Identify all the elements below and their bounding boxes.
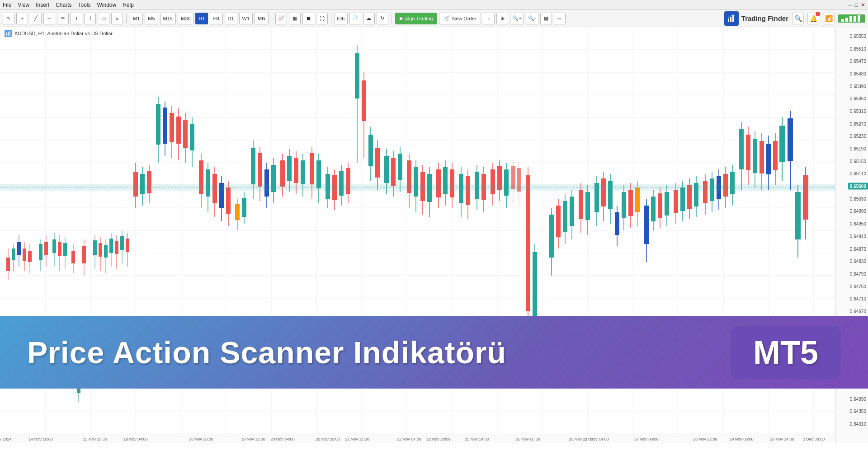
toolbar-cloud[interactable]: ☁ [363, 13, 375, 24]
tf-w1[interactable]: W1 [239, 13, 253, 24]
algo-trading-button[interactable]: ▶ Algo Trading [395, 13, 438, 24]
toolbar-grid2[interactable]: ▦ [540, 13, 552, 24]
svg-rect-76 [99, 243, 102, 257]
window-restore[interactable]: □ [855, 2, 858, 8]
sep1 [126, 14, 127, 23]
signal-bar [838, 14, 865, 23]
svg-rect-5 [849, 16, 852, 22]
svg-rect-4 [845, 18, 848, 22]
svg-rect-220 [622, 192, 626, 218]
svg-rect-98 [170, 113, 174, 142]
toolbar-crosshair[interactable]: + [16, 13, 28, 24]
new-order-button[interactable]: 🛒 New Order [439, 13, 481, 24]
toolbar-grid[interactable]: ⊞ [496, 13, 508, 24]
svg-rect-0 [728, 19, 729, 22]
search-icon[interactable]: 🔍 [792, 13, 804, 24]
svg-rect-232 [665, 192, 669, 216]
svg-rect-7 [858, 15, 860, 22]
toolbar-text[interactable]: T [71, 13, 82, 24]
svg-rect-254 [746, 135, 750, 170]
signal-icon[interactable]: 📶 [823, 13, 835, 24]
svg-rect-102 [183, 120, 188, 148]
price-label: 0.64790 [850, 271, 866, 276]
svg-rect-252 [739, 129, 744, 169]
toolbar-script[interactable]: 📄 [349, 13, 361, 24]
tf-m5[interactable]: M5 [145, 13, 158, 24]
svg-rect-152 [368, 135, 373, 166]
chart-bar-icon[interactable]: ▦ [289, 13, 301, 24]
svg-rect-118 [242, 198, 246, 217]
toolbar-zoom-out[interactable]: 🔍- [526, 13, 538, 24]
price-label: 0.65390 [850, 84, 866, 89]
svg-rect-222 [628, 190, 633, 216]
menu-file[interactable]: File [3, 2, 11, 8]
banner-title: Price Action Scanner Indikatörü [27, 335, 731, 370]
notification-icon[interactable]: 🔔 1 [807, 13, 819, 24]
svg-rect-60 [44, 242, 48, 255]
svg-rect-242 [703, 181, 708, 203]
toolbar-shape[interactable]: ▭ [98, 13, 109, 24]
svg-rect-170 [436, 169, 441, 197]
toolbar-refresh[interactable]: ↻ [377, 13, 388, 24]
time-label: 29 Nov 14:00 [770, 437, 794, 441]
menu-charts[interactable]: Charts [56, 2, 71, 8]
svg-rect-200 [549, 215, 554, 258]
time-label: 14 Nov 2024 [0, 437, 12, 441]
toolbar-ide[interactable]: IDE [335, 13, 347, 24]
tf-d1[interactable]: D1 [225, 13, 237, 24]
svg-rect-226 [644, 206, 649, 244]
price-label: 0.64990 [850, 209, 866, 214]
time-label: 15 Nov 10:00 [83, 437, 107, 441]
time-label: 20 Nov 20:00 [316, 437, 340, 441]
price-label: 0.64950 [850, 221, 866, 226]
svg-rect-214 [601, 178, 606, 206]
svg-rect-68 [71, 251, 75, 263]
menu-tools[interactable]: Tools [78, 2, 91, 8]
tf-h1[interactable]: H1 [195, 13, 208, 24]
toolbar-fib[interactable]: ⌇ [84, 13, 96, 24]
toolbar-arrows[interactable]: ↕ [483, 13, 495, 24]
sep4 [392, 14, 392, 23]
svg-rect-258 [760, 141, 764, 173]
svg-rect-250 [730, 172, 735, 194]
svg-rect-114 [226, 188, 231, 214]
toolbar-hline[interactable]: ─ [43, 13, 55, 24]
toolbar-cursor[interactable]: ↖ [3, 13, 14, 24]
toolbar-zoom-in[interactable]: 🔍+ [510, 13, 524, 24]
menu-view[interactable]: View [18, 2, 29, 8]
menu-insert[interactable]: Insert [36, 2, 49, 8]
svg-rect-64 [58, 242, 61, 256]
price-label: 0.64870 [850, 246, 866, 251]
svg-rect-234 [674, 190, 678, 213]
tf-h4[interactable]: H4 [210, 13, 222, 24]
toolbar-more[interactable]: ≡ [111, 13, 123, 24]
toolbar-pen[interactable]: ✏ [57, 13, 69, 24]
chart-line-icon[interactable]: 📈 [275, 13, 287, 24]
tf-m1[interactable]: M1 [130, 13, 143, 24]
price-label: 0.64830 [850, 259, 866, 264]
tf-m30[interactable]: M30 [178, 13, 193, 24]
toolbar-scroll[interactable]: ↔ [554, 13, 566, 24]
svg-rect-164 [414, 167, 418, 197]
time-label: 21 Nov 12:00 [345, 437, 369, 441]
tf-mn[interactable]: MN [255, 13, 269, 24]
svg-rect-158 [391, 158, 396, 186]
svg-rect-270 [803, 175, 808, 220]
price-label: 0.65430 [850, 71, 866, 76]
menu-help[interactable]: Help [123, 2, 134, 8]
svg-rect-134 [301, 160, 305, 184]
toolbar: ↖ + ╱ ─ ✏ T ⌇ ▭ ≡ M1 M5 M15 M30 H1 H4 D1… [0, 10, 868, 27]
time-label: 27 Nov 06:00 [634, 437, 659, 441]
current-price-label: 0.65000 [848, 183, 868, 190]
price-label: 0.65270 [850, 121, 866, 126]
toolbar-line[interactable]: ╱ [30, 13, 42, 24]
menu-window[interactable]: Window [97, 2, 117, 8]
banner: Price Action Scanner Indikatörü MT5 [0, 316, 868, 389]
time-label: 14 Nov 18:00 [28, 437, 53, 441]
tf-m15[interactable]: M15 [160, 13, 176, 24]
svg-rect-56 [28, 251, 32, 262]
chart-expand-icon[interactable]: ⛶ [316, 13, 328, 24]
chart-candle-icon[interactable]: ◼ [302, 13, 314, 24]
window-close[interactable]: ✕ [861, 2, 865, 8]
window-minimize[interactable]: ─ [848, 2, 852, 8]
